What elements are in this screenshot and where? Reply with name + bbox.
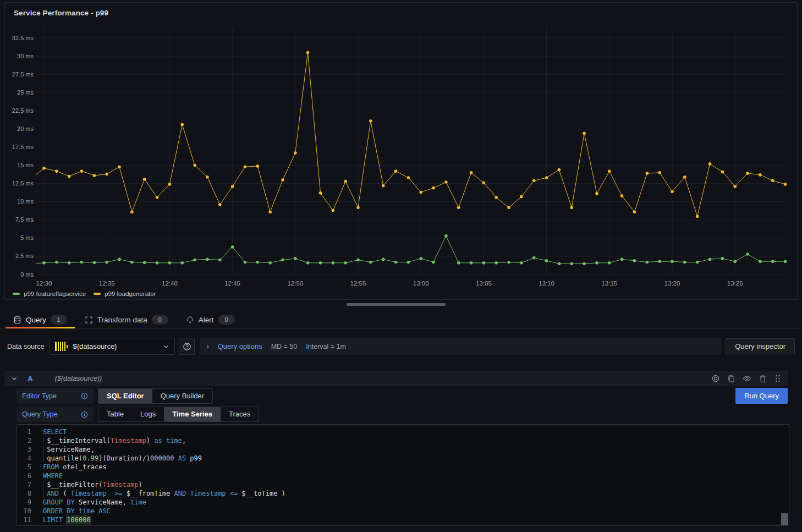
tab-transform-data[interactable]: Transform data0 bbox=[76, 311, 177, 328]
timeseries-chart-plot[interactable]: 0 ms2.5 ms5 ms7.5 ms10 ms12.5 ms15 ms17.… bbox=[5, 3, 797, 289]
code-line: 1SELECT bbox=[17, 427, 789, 436]
tab-label: Transform data bbox=[97, 316, 147, 324]
editor-type-sql-editor[interactable]: SQL Editor bbox=[98, 389, 152, 403]
query-type-row: Query Type TableLogsTime SeriesTraces bbox=[17, 407, 788, 422]
svg-text:17.5 ms: 17.5 ms bbox=[12, 144, 34, 150]
svg-text:12:50: 12:50 bbox=[287, 280, 303, 287]
svg-text:7.5 ms: 7.5 ms bbox=[15, 216, 34, 223]
query-datasource-hint: (${datasource}) bbox=[55, 375, 102, 382]
query-type-time-series[interactable]: Time Series bbox=[164, 407, 221, 421]
line-number: 7 bbox=[17, 480, 31, 489]
code-line: 5FROM otel_traces bbox=[17, 463, 789, 471]
chevron-down-icon[interactable] bbox=[11, 375, 18, 382]
editor-scrollbar-thumb[interactable] bbox=[781, 513, 788, 525]
tab-count-badge: 0 bbox=[218, 315, 235, 325]
code-line: 8 AND ( Timestamp >= $__fromTime AND Tim… bbox=[17, 489, 789, 498]
clickhouse-icon bbox=[55, 342, 68, 351]
chevron-down-icon bbox=[163, 343, 169, 350]
tab-query[interactable]: Query1 bbox=[4, 311, 76, 328]
code-line: 6WHERE bbox=[17, 471, 789, 480]
code-line: 11LIMIT 100000 bbox=[17, 515, 789, 524]
datasource-help-button[interactable] bbox=[179, 338, 195, 355]
chart-legend: p99 featureflagservicep99 loadgenerator bbox=[13, 290, 156, 297]
line-number: 5 bbox=[17, 463, 31, 471]
code-line: 9GROUP BY ServiceName, time bbox=[17, 498, 789, 507]
panel-editor-tabbar: Query1Transform data0Alert0 bbox=[0, 311, 802, 329]
query-actions bbox=[711, 374, 782, 383]
code-line: 2 $__timeInterval(Timestamp) as time, bbox=[17, 436, 789, 445]
svg-text:15 ms: 15 ms bbox=[17, 162, 34, 168]
svg-text:12:35: 12:35 bbox=[99, 280, 115, 287]
legend-swatch bbox=[94, 293, 101, 295]
svg-text:27.5 ms: 27.5 ms bbox=[12, 71, 34, 78]
tab-alert[interactable]: Alert0 bbox=[177, 311, 244, 328]
data-source-picker[interactable]: ${datasource} bbox=[50, 338, 175, 355]
query-ref-id: A bbox=[28, 375, 33, 383]
data-source-label: Data source bbox=[7, 343, 44, 350]
line-number: 10 bbox=[17, 507, 31, 515]
trash-icon[interactable] bbox=[759, 375, 767, 383]
chevron-right-icon: › bbox=[206, 342, 208, 350]
duplicate-icon[interactable] bbox=[727, 375, 735, 383]
info-circle-icon[interactable] bbox=[81, 392, 88, 399]
bell-icon bbox=[186, 316, 194, 324]
editor-type-label-box: Editor Type bbox=[17, 388, 94, 404]
editor-type-row: Editor Type SQL EditorQuery Builder Run … bbox=[17, 388, 788, 404]
line-number: 8 bbox=[17, 489, 31, 498]
code-line: 4 quantile(0.99)(Duration)/1000000 AS p9… bbox=[17, 454, 789, 463]
database-icon bbox=[13, 316, 21, 324]
disable-icon[interactable] bbox=[711, 374, 720, 383]
query-options-collapse[interactable]: › Query options MD = 50 Interval = 1m bbox=[200, 338, 721, 355]
line-number: 4 bbox=[17, 454, 31, 463]
data-source-value: ${datasource} bbox=[73, 342, 158, 350]
drag-handle-icon[interactable] bbox=[774, 374, 782, 383]
svg-text:12:55: 12:55 bbox=[350, 280, 366, 287]
tab-count-badge: 0 bbox=[152, 315, 168, 325]
svg-text:13:00: 13:00 bbox=[413, 280, 429, 287]
line-number: 1 bbox=[17, 427, 31, 436]
eye-icon[interactable] bbox=[743, 374, 751, 383]
svg-text:20 ms: 20 ms bbox=[17, 125, 34, 132]
code-line: 7 $__timeFilter(Timestamp) bbox=[17, 480, 789, 489]
transform-icon bbox=[85, 316, 93, 324]
query-type-label: Query Type bbox=[22, 410, 57, 418]
timeseries-panel: Service Performance - p99 0 ms2.5 ms5 ms… bbox=[4, 2, 798, 300]
query-editor-section: A (${datasource}) Editor Type SQL Editor… bbox=[4, 371, 788, 526]
svg-text:13:05: 13:05 bbox=[476, 280, 492, 287]
line-number: 3 bbox=[17, 445, 31, 454]
code-line: 10ORDER BY time ASC bbox=[17, 507, 789, 515]
query-type-logs[interactable]: Logs bbox=[132, 407, 164, 421]
legend-item[interactable]: p99 loadgenerator bbox=[94, 290, 156, 297]
svg-text:12:30: 12:30 bbox=[36, 280, 52, 287]
editor-type-query-builder[interactable]: Query Builder bbox=[152, 389, 212, 403]
legend-label: p99 loadgenerator bbox=[105, 290, 156, 297]
sql-code-editor[interactable]: 1SELECT2 $__timeInterval(Timestamp) as t… bbox=[17, 424, 789, 526]
query-type-table[interactable]: Table bbox=[98, 407, 132, 421]
query-options-label: Query options bbox=[218, 342, 262, 350]
svg-text:12:40: 12:40 bbox=[162, 280, 178, 287]
query-inspector-button[interactable]: Query inspector bbox=[726, 338, 795, 354]
query-row-header[interactable]: A (${datasource}) bbox=[4, 371, 788, 386]
datasource-row: Data source ${datasource} › Query option… bbox=[0, 338, 802, 355]
line-number: 6 bbox=[17, 471, 31, 480]
question-circle-icon bbox=[183, 342, 191, 351]
svg-text:13:20: 13:20 bbox=[664, 280, 680, 287]
legend-item[interactable]: p99 featureflagservice bbox=[13, 290, 86, 297]
svg-text:13:10: 13:10 bbox=[539, 280, 554, 287]
run-query-button[interactable]: Run Query bbox=[735, 388, 788, 404]
editor-type-label: Editor Type bbox=[22, 392, 57, 400]
tab-label: Alert bbox=[199, 316, 214, 324]
legend-swatch bbox=[13, 293, 20, 295]
query-type-traces[interactable]: Traces bbox=[221, 407, 259, 421]
info-circle-icon[interactable] bbox=[81, 411, 88, 418]
tab-label: Query bbox=[26, 316, 46, 324]
svg-text:12.5 ms: 12.5 ms bbox=[12, 180, 34, 187]
line-number: 11 bbox=[17, 515, 31, 524]
svg-text:13:15: 13:15 bbox=[601, 280, 617, 287]
grafana-edit-panel-page: Service Performance - p99 0 ms2.5 ms5 ms… bbox=[0, 0, 802, 532]
horizontal-scrollbar-thumb[interactable] bbox=[347, 303, 446, 306]
max-data-points-value: MD = 50 bbox=[271, 343, 298, 350]
legend-label: p99 featureflagservice bbox=[24, 290, 86, 297]
svg-text:2.5 ms: 2.5 ms bbox=[15, 253, 34, 259]
interval-value: Interval = 1m bbox=[306, 343, 346, 350]
